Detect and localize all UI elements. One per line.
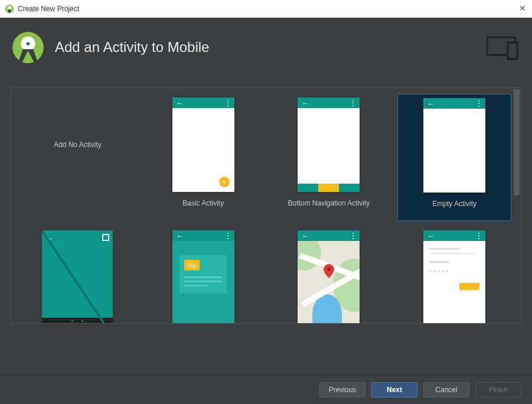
template-basic-activity[interactable]: ←⋮ + Basic Activity	[146, 94, 260, 221]
wizard-footer: Previous Next Cancel Finish	[0, 374, 532, 404]
gallery-scrollbar[interactable]	[514, 89, 520, 322]
wizard-header: Add an Activity to Mobile	[0, 18, 532, 77]
overflow-icon: ⋮	[475, 99, 482, 107]
previous-button[interactable]: Previous	[319, 382, 365, 398]
overflow-icon: ⋮	[350, 99, 356, 107]
template-login-activity[interactable]: ←⋮	[397, 227, 511, 324]
template-admob-activity[interactable]: ←⋮ Ad	[146, 227, 260, 324]
template-fullscreen-activity[interactable]: ←	[21, 227, 135, 324]
titlebar: Create New Project ✕	[0, 0, 532, 18]
ad-badge: Ad	[184, 260, 200, 271]
back-arrow-icon: ←	[301, 232, 309, 240]
content-area: Add No Activity ←⋮ + Basic Activity ←⋮	[0, 77, 532, 374]
template-label: Empty Activity	[432, 200, 476, 208]
overflow-icon: ⋮	[475, 232, 482, 240]
svg-point-5	[27, 42, 30, 45]
template-preview-bottomnav: ←⋮	[298, 97, 360, 192]
template-empty-activity[interactable]: ←⋮ Empty Activity	[397, 94, 511, 221]
android-studio-logo	[12, 31, 44, 64]
app-icon	[5, 4, 14, 14]
template-gallery: Add No Activity ←⋮ + Basic Activity ←⋮	[11, 87, 521, 324]
back-arrow-icon: ←	[301, 99, 309, 107]
svg-rect-2	[8, 9, 11, 12]
template-label: Add No Activity	[54, 141, 102, 149]
bottom-nav-icon	[298, 184, 360, 192]
finish-button[interactable]: Finish	[475, 382, 521, 398]
template-bottom-navigation-activity[interactable]: ←⋮ Bottom Navigation Activity	[272, 94, 386, 221]
cancel-button[interactable]: Cancel	[423, 382, 469, 398]
template-label: Basic Activity	[182, 199, 224, 207]
template-preview-fullscreen: ←	[42, 230, 113, 324]
template-grid: Add No Activity ←⋮ + Basic Activity ←⋮	[21, 94, 511, 324]
template-preview-basic: ←⋮ +	[172, 97, 234, 192]
template-preview-empty: ←⋮	[423, 98, 485, 193]
svg-line-8	[42, 230, 113, 324]
back-arrow-icon: ←	[427, 99, 435, 108]
map-pin-icon	[324, 264, 334, 281]
template-preview-admob: ←⋮ Ad	[172, 230, 234, 324]
back-arrow-icon: ←	[176, 232, 184, 240]
device-icon	[487, 37, 519, 63]
template-preview-maps: ←⋮	[298, 230, 360, 324]
template-label: Bottom Navigation Activity	[288, 199, 370, 207]
overflow-icon: ⋮	[224, 99, 231, 107]
back-arrow-icon: ←	[427, 232, 435, 240]
close-icon[interactable]: ✕	[519, 4, 526, 13]
window-title: Create New Project	[18, 5, 79, 13]
overflow-icon: ⋮	[224, 232, 231, 240]
svg-point-9	[327, 268, 331, 271]
svg-rect-7	[508, 43, 517, 59]
next-button[interactable]: Next	[371, 382, 417, 398]
template-add-no-activity[interactable]: Add No Activity	[21, 94, 135, 221]
overflow-icon: ⋮	[350, 232, 356, 240]
template-preview-none: Add No Activity	[47, 97, 109, 192]
scrollbar-thumb[interactable]	[514, 89, 520, 196]
template-preview-login: ←⋮	[423, 230, 485, 324]
template-maps-activity[interactable]: ←⋮	[272, 227, 386, 324]
back-arrow-icon: ←	[176, 99, 184, 107]
fab-icon: +	[219, 177, 230, 187]
page-title: Add an Activity to Mobile	[55, 39, 209, 56]
